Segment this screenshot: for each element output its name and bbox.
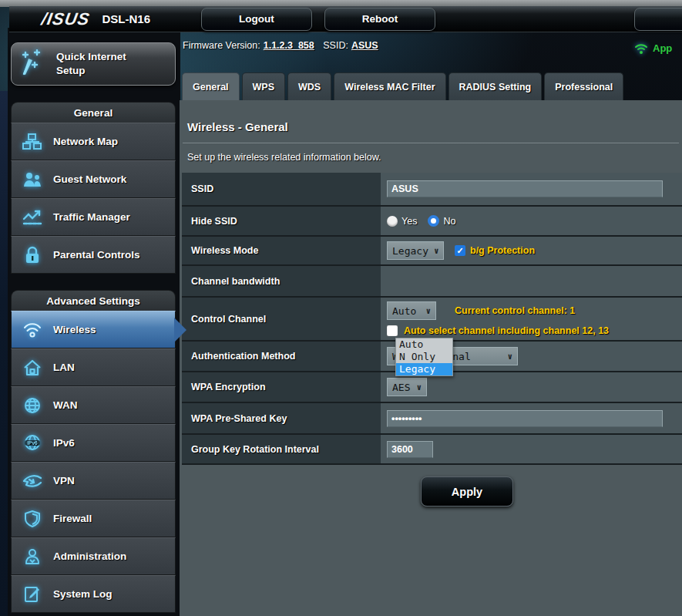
- active-item-arrow: [174, 318, 186, 342]
- sidebar-item-label: Administration: [53, 550, 126, 562]
- chevron-down-icon: ∨: [425, 306, 431, 316]
- bg-protection-checkbox[interactable]: ✓: [455, 245, 465, 256]
- logout-button[interactable]: Logout: [201, 8, 312, 31]
- wireless-icon: [21, 321, 44, 338]
- wpa-psk-row-label: WPA Pre-Shared Key: [182, 403, 381, 433]
- authentication-method-row-label: Authentication Method: [182, 342, 381, 371]
- wireless-mode-option-n-only[interactable]: N Only: [396, 351, 452, 363]
- guest-network-icon: [21, 170, 44, 189]
- sidebar-item-lan[interactable]: LAN: [11, 348, 176, 386]
- chevron-down-icon: ∨: [434, 246, 439, 256]
- group-key-interval-row-label: Group Key Rotation Interval: [182, 435, 381, 463]
- sidebar-item-label: Guest Network: [53, 173, 126, 185]
- apply-button[interactable]: Apply: [421, 476, 513, 507]
- wireless-mode-option-legacy[interactable]: Legacy: [396, 363, 452, 375]
- sidebar-item-label: IPv6: [53, 437, 75, 449]
- wireless-mode-option-auto[interactable]: Auto: [396, 338, 452, 351]
- hide-ssid-row-label: Hide SSID: [182, 207, 381, 235]
- hide-ssid-no-label: No: [443, 216, 455, 227]
- quick-internet-setup-button[interactable]: Quick Internet Setup: [11, 42, 176, 86]
- sidebar-item-parental-controls[interactable]: Parental Controls: [11, 236, 176, 274]
- sidebar-item-administration[interactable]: Administration: [11, 537, 176, 575]
- traffic-manager-icon: [21, 208, 44, 227]
- quick-internet-setup-label: Quick Internet Setup: [56, 50, 149, 78]
- lan-icon: [21, 358, 44, 377]
- sidebar-item-traffic-manager[interactable]: Traffic Manager: [11, 198, 176, 236]
- sidebar-item-label: Traffic Manager: [53, 211, 130, 223]
- control-channel-row-label: Control Channel: [182, 298, 381, 340]
- reboot-button[interactable]: Reboot: [324, 8, 435, 31]
- group-key-interval-input[interactable]: [387, 441, 433, 458]
- network-map-icon: [21, 133, 44, 151]
- app-label: App: [653, 42, 672, 54]
- firewall-icon: [21, 510, 44, 528]
- hide-ssid-yes-label: Yes: [401, 216, 417, 227]
- sidebar-item-wireless[interactable]: Wireless: [11, 311, 176, 348]
- tab-general[interactable]: General: [182, 72, 240, 100]
- sidebar-item-ipv6[interactable]: IPv6 IPv6: [11, 424, 176, 462]
- sidebar-item-label: VPN: [53, 475, 75, 486]
- wpa-encryption-row: WPA Encryption AES∨: [182, 372, 682, 403]
- auto-select-channel-label: Auto select channel including channel 12…: [404, 325, 609, 336]
- tab-professional[interactable]: Professional: [544, 72, 623, 100]
- current-channel-hint: Current control channel: 1: [455, 305, 575, 316]
- sidebar-item-system-log[interactable]: System Log: [11, 575, 176, 613]
- control-channel-select[interactable]: Auto∨: [387, 301, 436, 320]
- sidebar-item-wan[interactable]: WAN: [11, 386, 176, 424]
- wan-icon: [21, 396, 44, 415]
- sidebar-item-label: LAN: [53, 362, 75, 373]
- firmware-version-link[interactable]: 1.1.2.3_858: [264, 40, 314, 51]
- ssid-row-label: SSID: [182, 173, 381, 205]
- wpa-psk-input[interactable]: [387, 410, 663, 427]
- model-name: DSL-N16: [102, 12, 150, 25]
- wpa-encryption-row-label: WPA Encryption: [182, 372, 381, 402]
- sidebar-item-firewall[interactable]: Firewall: [11, 500, 176, 537]
- hide-ssid-no-radio[interactable]: [428, 215, 439, 227]
- content-pane: Wireless - General Set up the wireless r…: [180, 100, 682, 616]
- svg-text:IPv6: IPv6: [27, 440, 38, 446]
- wpa-encryption-select[interactable]: AES∨: [387, 378, 427, 396]
- control-channel-row: Control Channel Auto∨ Current control ch…: [182, 298, 682, 342]
- wireless-mode-row: Wireless Mode Legacy∨ ✓ b/g Protection: [182, 237, 682, 266]
- tab-wps[interactable]: WPS: [242, 72, 285, 100]
- section-header-general: General: [11, 102, 176, 123]
- channel-bandwidth-row: Channel bandwidth: [182, 266, 682, 298]
- left-edge-strip: [0, 91, 8, 616]
- firmware-line: Firmware Version:1.1.2.3_858 SSID:ASUS: [183, 40, 385, 51]
- tab-radius-setting[interactable]: RADIUS Setting: [449, 72, 543, 100]
- hide-ssid-row: Hide SSID Yes No: [182, 207, 682, 237]
- hide-ssid-yes-radio[interactable]: [387, 216, 398, 227]
- asus-logo: /ISUS: [40, 9, 92, 29]
- app-link[interactable]: App: [633, 41, 672, 55]
- sidebar-item-vpn[interactable]: VPN: [11, 462, 176, 500]
- partial-button[interactable]: [634, 8, 682, 31]
- wireless-tab-row: General WPS WDS Wireless MAC Filter RADI…: [182, 72, 623, 100]
- page-title: Wireless - General: [187, 120, 682, 133]
- sidebar-item-label: System Log: [53, 588, 113, 600]
- sidebar-item-label: WAN: [53, 399, 78, 411]
- ssid-link[interactable]: ASUS: [351, 40, 378, 51]
- wpa-psk-row: WPA Pre-Shared Key: [182, 403, 682, 435]
- tab-wds[interactable]: WDS: [287, 72, 331, 100]
- section-header-advanced-settings: Advanced Settings: [11, 290, 176, 311]
- wireless-mode-select[interactable]: Legacy∨: [387, 241, 444, 260]
- chevron-down-icon: ∨: [507, 352, 512, 362]
- channel-bandwidth-row-label: Channel bandwidth: [182, 266, 381, 296]
- wireless-mode-dropdown: Auto N Only Legacy: [395, 338, 453, 376]
- sidebar: Quick Internet Setup General Network Map…: [11, 42, 176, 613]
- bg-protection-label: b/g Protection: [470, 245, 535, 256]
- sidebar-item-label: Firewall: [53, 513, 92, 524]
- wireless-general-form: SSID Hide SSID Yes No Wireless Mode Lega…: [182, 173, 682, 465]
- sidebar-item-guest-network[interactable]: Guest Network: [11, 160, 176, 198]
- vpn-icon: [21, 473, 44, 490]
- header-bar: /ISUS DSL-N16 Logout Reboot: [9, 6, 682, 32]
- title-divider: [183, 143, 679, 144]
- auto-select-channel-checkbox[interactable]: [387, 325, 398, 336]
- firmware-label: Firmware Version:: [183, 40, 260, 51]
- sidebar-item-label: Wireless: [53, 324, 96, 335]
- ssid-input[interactable]: [387, 180, 663, 197]
- group-key-interval-row: Group Key Rotation Interval: [182, 435, 682, 465]
- sidebar-item-label: Network Map: [53, 136, 118, 147]
- tab-wireless-mac-filter[interactable]: Wireless MAC Filter: [334, 72, 445, 100]
- sidebar-item-network-map[interactable]: Network Map: [11, 123, 176, 160]
